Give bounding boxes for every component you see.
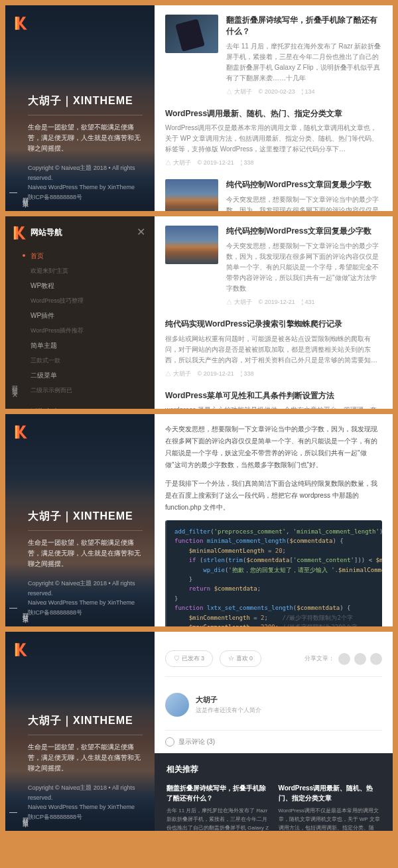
menu-toggle[interactable]: 网站菜单 (9, 608, 30, 615)
site-tagline: 生命是一团欲望，欲望不能满足便痛苦，满足便无聊，人生就是在痛苦和无聊之间摇摆。 (28, 538, 143, 569)
related-item[interactable]: WordPress调用最新、随机、热门、指定分类文章WordPress调用不仅是… (279, 783, 381, 831)
post-excerpt: 很多站或网站权重有问题时，可能源是被各站点设置限制蜘蛛的爬取有问，对于网站的内容… (165, 334, 382, 366)
related-item-text: WordPress调用不仅是最基本常用的调用文章，随机文章调用机文章也，关于 W… (279, 807, 381, 831)
site-title: 大胡子｜XINTHEME (28, 714, 143, 735)
menu-label: 网站菜单 (21, 813, 30, 818)
paragraph: 今天突发思想，想要限制一下文章评论当中的最少字数，因为，我发现现在很多网下面的评… (165, 423, 382, 471)
share-weibo-icon[interactable] (338, 653, 350, 665)
post-title: WordPress调用最新、随机、热门、指定分类文章 (165, 108, 382, 119)
post-excerpt: wordpress 菜最心心的功能就是提供供一个发布文章的平台，管理理一套文菜单… (165, 405, 382, 409)
nav-item-sub: WordPress插件推荐 (31, 325, 143, 337)
sidebar: 大胡子｜XINTHEME 生命是一团欲望，欲望不能满足便痛苦，满足便无聊，人生就… (5, 414, 155, 626)
nav-title: 网站导航 (31, 227, 143, 238)
site-logo[interactable] (11, 224, 28, 242)
post-item[interactable]: WordPress菜单可见性和工具条件判断设置方法wordpress 菜最心心的… (165, 390, 382, 409)
nav-item[interactable]: 简单主题 (31, 337, 143, 354)
post-item[interactable]: 纯代码控制WordPress文章回复最少字数今天突发思想，想要限制一下文章评论当… (165, 179, 382, 211)
post-title: WordPress菜单可见性和工具条件判断设置方法 (165, 390, 382, 401)
related-item[interactable]: 翻盖折叠屏诗续写华，折叠手机除了酷还有什么？去年 11 月后，摩托罗拉在海外发布… (166, 783, 269, 831)
post-item[interactable]: 翻盖折叠屏诗续写华，折叠手机除了酷还有什么？去年 11 月后，摩托罗拉在海外发布… (165, 15, 382, 96)
paragraph: 于是我排下一个外法，我们真简简洁下面合这纯码控限复数限的数量，我是在百度上搜索到… (165, 478, 382, 514)
post-item[interactable]: WordPress调用最新、随机、热门、指定分类文章WordPress调用不仅是… (165, 108, 382, 168)
code-line: function lxtx_set_comments_length($comme… (174, 603, 374, 613)
post-excerpt: 去年 11 月后，摩托罗拉在海外发布了 Razr 新款折叠屏手机，紧接着，三星在… (226, 41, 382, 84)
nav-item-sub: 二级示示例而已 (31, 384, 143, 397)
nav-item-sub: 三款式一款 (31, 354, 143, 367)
avatar[interactable] (165, 693, 189, 717)
post-excerpt: 今天突发思想，想要限制一下文章评论当中的最少字数，因为，我发现现在很多网下面的评… (226, 241, 382, 294)
close-icon[interactable]: ✕ (137, 226, 145, 238)
copyright: Copyright © Naiveα主题 2018 • All rights r… (28, 163, 143, 182)
author-name[interactable]: 大胡子 (196, 695, 261, 705)
share-wechat-icon[interactable] (354, 653, 366, 665)
post-title: 纯代码实现WordPress记录搜索引擎蜘蛛爬行记录 (165, 319, 382, 330)
author-card: 大胡子 这是作者还没有个人简介 (165, 687, 382, 730)
post-title: 纯代码控制WordPress文章回复最少字数 (226, 226, 382, 237)
site-tagline: 生命是一团欲望，欲望不能满足便痛苦，满足便无聊，人生就是在痛苦和无聊之间摇摆。 (28, 742, 143, 774)
article-footer: ♡ 已发布 3 ☆ 喜欢 0 分享文章： 大胡子 这是作者还没有个人简介 显示评… (155, 632, 393, 831)
nav-item-sub: WordPress技巧整理 (31, 295, 143, 307)
recent-title: 近期文章 (31, 407, 143, 409)
post-title: 翻盖折叠屏诗续写华，折叠手机除了酷还有什么？ (226, 15, 382, 37)
post-meta: △ 大胡子© 2019-12-21¦ 431 (226, 298, 382, 307)
comment-icon (165, 737, 174, 747)
share-qq-icon[interactable] (370, 653, 382, 665)
code-line: add_filter('preprocess_comment', 'minima… (174, 527, 374, 536)
screenshot-3: 大胡子｜XINTHEME 生命是一团欲望，欲望不能满足便痛苦，满足便无聊，人生就… (5, 414, 393, 626)
nav-item[interactable]: WP插件 (31, 307, 143, 325)
post-title: 纯代码控制WordPress文章回复最少字数 (226, 179, 382, 190)
comment-toggle-label: 显示评论 (3) (178, 737, 215, 747)
action-bar: ♡ 已发布 3 ☆ 喜欢 0 分享文章： (165, 641, 382, 677)
related-title: 相关推荐 (166, 764, 381, 775)
code-block: add_filter('preprocess_comment', 'minima… (165, 520, 382, 626)
code-line: return $commentdata; (174, 584, 374, 593)
code-line: $minCommentlength = 2; //最少字符数限制为2个字 (174, 613, 374, 622)
menu-label: 网站菜单 (21, 609, 30, 614)
copyright: Copyright © Naiveα主题 2018 • All rights r… (28, 783, 143, 802)
code-line: $maxCommentlength = 2200; //最多字符限制为2200个… (174, 622, 374, 626)
post-item[interactable]: 纯代码控制WordPress文章回复最少字数今天突发思想，想要限制一下文章评论当… (165, 226, 382, 307)
site-tagline: 生命是一团欲望，欲望不能满足便痛苦，满足便无聊，人生就是在痛苦和无聊之间摇摆。 (28, 122, 143, 154)
comment-toggle[interactable]: 显示评论 (3) (165, 730, 382, 753)
nav-item[interactable]: WP教程 (31, 277, 143, 295)
icp: 陕ICP备88888888号 (28, 192, 143, 202)
copyright: Copyright © Naiveα主题 2018 • All rights r… (28, 579, 143, 598)
post-thumbnail (165, 226, 218, 264)
hamburger-icon (9, 812, 17, 819)
nav-item-sub: 欢迎来到"主页 (31, 265, 143, 277)
code-line: function minimal_comment_length($comment… (174, 536, 374, 545)
like-button[interactable]: ☆ 喜欢 0 (220, 650, 261, 667)
post-meta: △ 大胡子© 2019-12-21¦ 338 (165, 159, 382, 167)
post-list: 翻盖折叠屏诗续写华，折叠手机除了酷还有什么？去年 11 月后，摩托罗拉在海外发布… (155, 5, 393, 211)
post-excerpt: 今天突发思想，想要限制一下文章评论当中的最少字数，因为，我发现现在很多网下面的评… (226, 194, 382, 211)
theme-credit: Naiveα WordPress Theme by XinTheme (28, 182, 143, 192)
related-section: 相关推荐 翻盖折叠屏诗续写华，折叠手机除了酷还有什么？去年 11 月后，摩托罗拉… (155, 753, 393, 831)
hamburger-icon (9, 192, 17, 199)
sidebar: 大胡子｜XINTHEME 生命是一团欲望，欲望不能满足便痛苦，满足便无聊，人生就… (5, 632, 155, 831)
site-title: 大胡子｜XINTHEME (28, 510, 143, 531)
nav-drawer: ✕ 网站导航 首页欢迎来到"主页WP教程WordPress技巧整理WP插件Wor… (5, 216, 155, 409)
site-title: 大胡子｜XINTHEME (28, 94, 143, 115)
nav-item[interactable]: 二级菜单 (31, 367, 143, 384)
menu-label: 网站菜单 (21, 193, 30, 198)
post-excerpt: WordPress调用不仅是最基本常用的调用文章，随机文章调用机文章也，关于 W… (165, 123, 382, 155)
author-desc: 这是作者还没有个人简介 (196, 706, 261, 715)
icp: 陕ICP备88888888号 (28, 608, 143, 617)
close-x-icon[interactable]: ✕ (12, 391, 18, 399)
post-thumbnail (165, 15, 218, 53)
post-item[interactable]: 纯代码实现WordPress记录搜索引擎蜘蛛爬行记录很多站或网站权重有问题时，可… (165, 319, 382, 378)
favorite-button[interactable]: ♡ 已发布 3 (165, 650, 213, 667)
menu-toggle[interactable]: 网站菜单 (9, 192, 30, 199)
hamburger-icon (9, 608, 17, 615)
code-line: wp_die('抱歉，您的回复太短了，请至少输入 '.$minimalComme… (174, 565, 374, 575)
screenshot-2: ✕ 网站导航 首页欢迎来到"主页WP教程WordPress技巧整理WP插件Wor… (5, 216, 393, 409)
theme-credit: Naiveα WordPress Theme by XinTheme (28, 598, 143, 607)
menu-toggle[interactable]: 网站菜单 (9, 812, 30, 819)
code-line: } (174, 594, 374, 603)
nav-item[interactable]: 首页 (31, 248, 143, 265)
share-label: 分享文章： (304, 654, 334, 663)
related-item-title: WordPress调用最新、随机、热门、指定分类文章 (279, 783, 381, 803)
code-line: if (strlen(trim($commentdata['comment_co… (174, 555, 374, 565)
post-meta: △ 大胡子© 2020-02-23¦ 134 (226, 88, 382, 96)
post-thumbnail (165, 179, 218, 211)
